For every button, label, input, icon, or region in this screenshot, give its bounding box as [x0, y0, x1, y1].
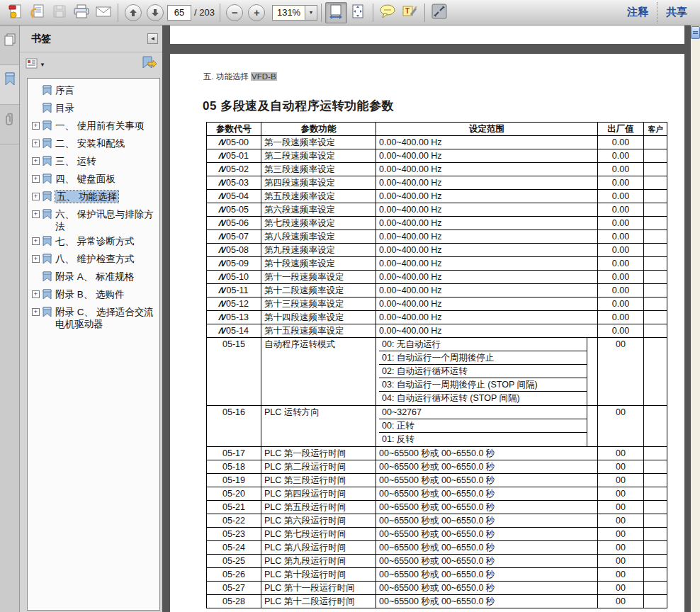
expand-plus-icon[interactable]: +	[32, 140, 40, 147]
factory-default-cell: 0.00	[598, 271, 644, 284]
expand-plus-icon[interactable]: +	[32, 237, 40, 245]
setting-range-cell: 0.00~400.00 Hz	[376, 271, 598, 284]
factory-default-cell: 00	[598, 406, 644, 447]
comment-link[interactable]: 注释	[619, 6, 657, 19]
param-function-cell: PLC 运转方向	[261, 406, 376, 447]
bookmark-label[interactable]: 一、 使用前有关事项	[55, 120, 144, 132]
param-code-cell: N05-09	[207, 257, 261, 271]
runtime-settable-flag-icon: N	[217, 257, 227, 270]
bookmark-item[interactable]: +附录 C、 选择适合交流电机驱动器	[30, 305, 158, 332]
bookmark-label[interactable]: 五、 功能选择	[55, 191, 118, 203]
expand-plus-icon[interactable]: +	[32, 255, 40, 263]
fullscreen-button[interactable]	[429, 2, 451, 23]
bookmark-item[interactable]: 目录	[30, 101, 158, 118]
customer-cell	[644, 311, 667, 324]
param-function-cell: PLC 第八段运行时间	[261, 541, 376, 555]
bookmark-item[interactable]: +一、 使用前有关事项	[30, 118, 158, 136]
previous-page-button[interactable]	[122, 2, 144, 23]
goto-current-bookmark-button[interactable]	[141, 56, 157, 73]
svg-text:T: T	[405, 7, 410, 15]
print-button[interactable]	[70, 2, 92, 23]
factory-default-cell: 0.00	[598, 190, 644, 203]
bookmark-item[interactable]: +六、 保护讯息与排除方法	[30, 207, 158, 234]
expand-plus-icon[interactable]: +	[32, 308, 40, 316]
save-button[interactable]	[48, 2, 70, 23]
param-code-cell: N05-01	[207, 149, 261, 163]
bookmark-item[interactable]: +二、 安装和配线	[30, 136, 158, 154]
bookmark-label[interactable]: 附录 A、 标准规格	[55, 271, 134, 283]
create-pdf-button[interactable]	[4, 2, 26, 23]
bookmark-label[interactable]: 四、 键盘面板	[55, 173, 115, 185]
bookmark-label[interactable]: 附录 B、 选购件	[55, 288, 125, 300]
table-row: 05-17PLC 第一段运行时间00~65500 秒或 00~6550.0 秒0…	[207, 447, 667, 460]
setting-range-cell: 00~65500 秒或 00~6550.0 秒	[376, 568, 598, 582]
bookmark-item[interactable]: 附录 A、 标准规格	[30, 269, 158, 287]
table-row: 05-16PLC 运转方向00~3276700: 正转01: 反转00	[207, 406, 667, 447]
bookmark-label[interactable]: 序言	[55, 84, 74, 96]
attachments-panel-tab[interactable]	[0, 105, 19, 144]
option-row: 00: 正转	[379, 419, 587, 433]
bookmark-item[interactable]: +三、 运转	[30, 154, 158, 171]
collapse-panel-button[interactable]: ◄	[147, 33, 158, 44]
customer-cell	[644, 338, 667, 406]
bookmark-flag-icon	[43, 271, 52, 285]
expand-plus-icon[interactable]: +	[32, 210, 40, 218]
runtime-settable-flag-icon: N	[217, 203, 227, 216]
param-function-cell: 第一段速频率设定	[261, 136, 376, 149]
fit-page-button[interactable]	[347, 2, 369, 23]
convert-document-button[interactable]	[26, 2, 48, 23]
bookmark-label[interactable]: 八、 维护检查方式	[55, 253, 135, 265]
bookmark-label[interactable]: 三、 运转	[55, 155, 96, 167]
setting-range-cell: 00~65500 秒或 00~6550.0 秒	[376, 528, 598, 541]
bookmarks-panel-tab[interactable]	[0, 65, 19, 105]
expand-plus-icon[interactable]: +	[32, 193, 40, 200]
scrollbar-thumb[interactable]	[691, 26, 700, 39]
zoom-in-button[interactable]: +	[246, 2, 268, 23]
bookmark-item[interactable]: +八、 维护检查方式	[30, 251, 158, 269]
bookmark-label[interactable]: 目录	[55, 102, 74, 114]
search-highlight: VFD-B	[251, 72, 277, 81]
expand-plus-icon[interactable]: +	[32, 290, 40, 298]
param-code-cell: N05-12	[207, 298, 261, 311]
page-number-input[interactable]	[167, 5, 191, 21]
options-menu-button[interactable]: ▼	[26, 58, 45, 72]
param-function-cell: 第六段速频率设定	[261, 203, 376, 217]
setting-range-cell: 00~65500 秒或 00~6550.0 秒	[376, 487, 598, 501]
bookmark-item[interactable]: 序言	[30, 83, 158, 101]
factory-default-cell: 0.00	[598, 244, 644, 257]
expand-plus-icon[interactable]: +	[32, 157, 40, 165]
fit-width-button[interactable]	[325, 2, 347, 23]
bookmark-item[interactable]: +附录 B、 选购件	[30, 287, 158, 305]
zoom-dropdown-button[interactable]: ▼	[305, 5, 317, 21]
expand-plus-icon[interactable]: +	[32, 175, 40, 183]
page-up-icon	[125, 4, 142, 21]
bookmark-item[interactable]: +四、 键盘面板	[30, 171, 158, 189]
setting-range-cell: 0.00~400.00 Hz	[376, 190, 598, 203]
zoom-level-input[interactable]	[272, 5, 305, 21]
option-row: 01: 反转	[379, 433, 587, 446]
column-header: 客户	[644, 123, 667, 136]
table-row: N05-05第六段速频率设定0.00~400.00 Hz0.00	[207, 203, 667, 217]
pages-panel-tab[interactable]	[0, 26, 19, 65]
runtime-settable-flag-icon: N	[217, 271, 227, 283]
vertical-scrollbar[interactable]	[691, 26, 700, 612]
bookmark-label[interactable]: 二、 安装和配线	[55, 137, 125, 149]
customer-cell	[644, 541, 667, 555]
panel-splitter[interactable]	[162, 26, 170, 612]
text-edits-button[interactable]: T	[399, 2, 421, 23]
next-page-button[interactable]	[144, 2, 166, 23]
bookmark-item[interactable]: +五、 功能选择	[30, 189, 158, 207]
email-button[interactable]	[92, 2, 114, 23]
comment-button[interactable]	[377, 2, 399, 23]
param-code-cell: 05-18	[207, 460, 261, 474]
parameter-table: 参数代号参数功能设定范围出厂值客户 N05-00第一段速频率设定0.00~400…	[206, 122, 667, 608]
expand-plus-icon[interactable]: +	[32, 122, 40, 130]
bookmark-label[interactable]: 六、 保护讯息与排除方法	[55, 208, 158, 232]
bookmark-label[interactable]: 七、 异常诊断方式	[55, 235, 135, 247]
fit-page-icon	[350, 4, 366, 22]
share-link[interactable]: 共享	[657, 6, 696, 19]
bookmark-item[interactable]: +七、 异常诊断方式	[30, 234, 158, 251]
runtime-settable-flag-icon: N	[218, 284, 228, 297]
bookmark-label[interactable]: 附录 C、 选择适合交流电机驱动器	[55, 306, 158, 330]
zoom-out-button[interactable]: −	[224, 2, 246, 23]
